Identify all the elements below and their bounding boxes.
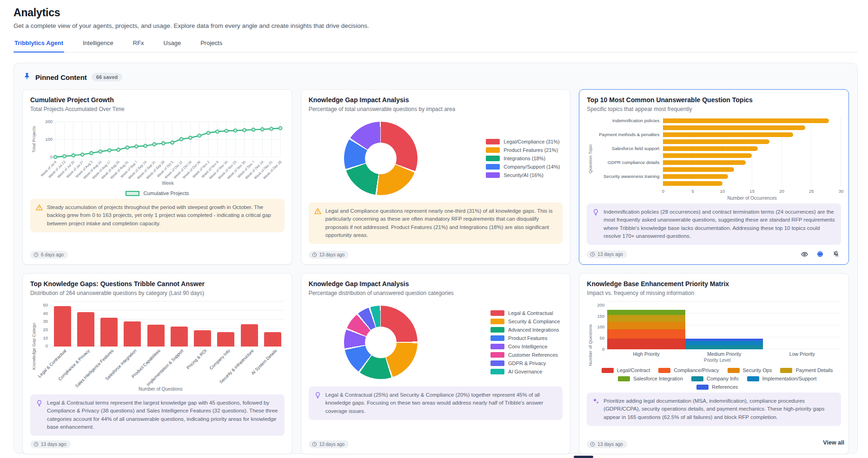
card-title: Knowledge Base Enhancement Priority Matr… [587, 280, 841, 288]
clock-icon [33, 442, 39, 447]
lightbulb-icon [314, 392, 321, 399]
saved-count-badge: 66 saved [92, 73, 122, 81]
insight-text: Legal & Contractual (25%) and Security &… [325, 391, 557, 415]
tab-usage[interactable]: Usage [163, 37, 182, 52]
insight-text: Steady accumulation of projects througho… [47, 203, 279, 228]
timestamp-text: 13 days ago [41, 442, 66, 447]
card-top10-unanswerable-topics[interactable]: Top 10 Most Common Unanswerable Question… [579, 89, 849, 265]
tab-intelligence[interactable]: Intelligence [82, 37, 114, 52]
warning-icon [314, 208, 321, 215]
timestamp-text: 13 days ago [319, 252, 345, 257]
scrollbar-thumb[interactable] [574, 456, 593, 458]
timestamp-text: 6 days ago [41, 252, 64, 257]
card-footer: 13 days ago [30, 436, 285, 448]
card-actions [799, 249, 841, 259]
insight-box: Prioritize adding legal documentation (M… [587, 393, 841, 426]
topics-horizontal-bar-chart: Question TopicIndemnification policiesPa… [587, 117, 841, 201]
card-subtitle: Specific topics that appear most frequen… [587, 106, 841, 112]
pinned-content-panel: Pinned Content 66 saved Cumulative Proje… [13, 63, 858, 454]
warning-icon [36, 204, 43, 211]
tab-bar: Tribblytics Agent Intelligence RFx Usage… [13, 37, 858, 52]
insight-text: Legal and Compliance questions represent… [325, 207, 557, 239]
insight-box: Steady accumulation of projects througho… [30, 199, 285, 232]
card-footer: 13 days ago [587, 245, 841, 259]
insight-box: Legal & Contractual terms represent the … [30, 394, 285, 436]
timestamp-pill: 13 days ago [587, 440, 627, 448]
card-subtitle: Percentage distribution of unanswered qu… [309, 290, 563, 296]
tab-rfx[interactable]: RFx [132, 37, 145, 52]
clock-icon [312, 252, 317, 257]
page-title: Analytics [13, 7, 858, 19]
card-title: Top 10 Most Common Unanswerable Question… [587, 96, 841, 104]
card-title: Knowledge Gap Impact Analysis [309, 96, 563, 104]
lightbulb-icon [592, 209, 599, 216]
card-priority-matrix[interactable]: Knowledge Base Enhancement Priority Matr… [579, 273, 849, 454]
analytics-page: Analytics Get a complete view of your ag… [0, 0, 868, 454]
eye-icon[interactable] [799, 249, 809, 259]
view-all-link[interactable]: View all [823, 439, 844, 446]
insight-box: Legal & Contractual (25%) and Security &… [309, 386, 563, 420]
sparkles-icon [592, 398, 599, 405]
category-distribution-donut-chart: Legal & ContractualSecurity & Compliance… [309, 301, 563, 384]
insight-box: Indemnification policies (28 occurrences… [587, 203, 841, 245]
card-cumulative-project-growth[interactable]: Cumulative Project Growth Total Projects… [22, 89, 292, 265]
timestamp-pill: 13 days ago [30, 440, 71, 448]
svg-text:0: 0 [50, 154, 53, 159]
card-subtitle: Percentage of total unanswerable questio… [309, 106, 563, 112]
clock-icon [590, 252, 595, 257]
insight-text: Indemnification policies (28 occurrences… [603, 208, 835, 240]
card-subtitle: Total Projects Accumulated Over Time [30, 106, 285, 112]
svg-text:Total Projects: Total Projects [31, 126, 36, 152]
insight-text: Legal & Contractual terms represent the … [47, 399, 279, 431]
card-knowledge-gap-impact-2[interactable]: Knowledge Gap Impact Analysis Percentage… [301, 273, 571, 454]
pinned-content-header: Pinned Content 66 saved [23, 72, 848, 82]
card-footer: 6 days ago [30, 246, 285, 259]
svg-text:200: 200 [45, 119, 53, 124]
sphere-icon[interactable] [815, 249, 825, 259]
timestamp-pill: 13 days ago [587, 250, 627, 258]
knowledge-gaps-bar-chart: Knowledge Gap Catego50403020100Legal & C… [30, 301, 285, 392]
priority-matrix-stacked-bar-chart: Number of Questions200150100500High Prio… [587, 301, 841, 390]
clock-icon [312, 442, 317, 447]
card-knowledge-gap-impact-1[interactable]: Knowledge Gap Impact Analysis Percentage… [301, 89, 571, 265]
svg-text:Week: Week [162, 181, 174, 186]
tab-projects[interactable]: Projects [199, 37, 223, 52]
insight-box: Legal and Compliance questions represent… [309, 203, 563, 244]
page-subtitle: Get a complete view of your agents, proj… [13, 22, 858, 29]
card-subtitle: Distribution of 264 unanswerable questio… [30, 290, 285, 296]
svg-text:100: 100 [45, 137, 53, 142]
lightbulb-icon [36, 399, 43, 407]
unpin-icon[interactable] [831, 249, 841, 259]
timestamp-pill: 6 days ago [30, 251, 68, 259]
impact-area-donut-chart: Legal/Compliance (31%)Product Features (… [309, 117, 563, 200]
panel-title: Pinned Content [35, 73, 87, 81]
timestamp-pill: 13 days ago [309, 251, 349, 259]
timestamp-pill: 13 days ago [309, 440, 349, 448]
card-title: Cumulative Project Growth [30, 96, 285, 104]
timestamp-text: 13 days ago [597, 442, 623, 447]
timestamp-text: 13 days ago [597, 252, 623, 257]
card-footer: 13 days ago [587, 436, 841, 448]
card-top-knowledge-gaps[interactable]: Top Knowledge Gaps: Questions Tribble Ca… [22, 273, 292, 454]
timestamp-text: 13 days ago [319, 442, 345, 447]
pinned-cards-grid: Cumulative Project Growth Total Projects… [22, 89, 849, 454]
card-footer: 13 days ago [309, 246, 563, 259]
card-footer: 13 days ago [309, 436, 563, 448]
cumulative-growth-line-chart: 0100200Total ProjectsWeek of Jul 6Week o… [30, 117, 285, 196]
tab-tribblytics-agent[interactable]: Tribblytics Agent [13, 37, 64, 52]
card-title: Top Knowledge Gaps: Questions Tribble Ca… [30, 280, 285, 288]
clock-icon [590, 442, 595, 447]
clock-icon [33, 252, 39, 257]
insight-text: Prioritize adding legal documentation (M… [603, 397, 835, 421]
card-subtitle: Impact vs. frequency of missing informat… [587, 290, 841, 296]
card-title: Knowledge Gap Impact Analysis [309, 280, 563, 288]
pin-icon [23, 72, 31, 82]
